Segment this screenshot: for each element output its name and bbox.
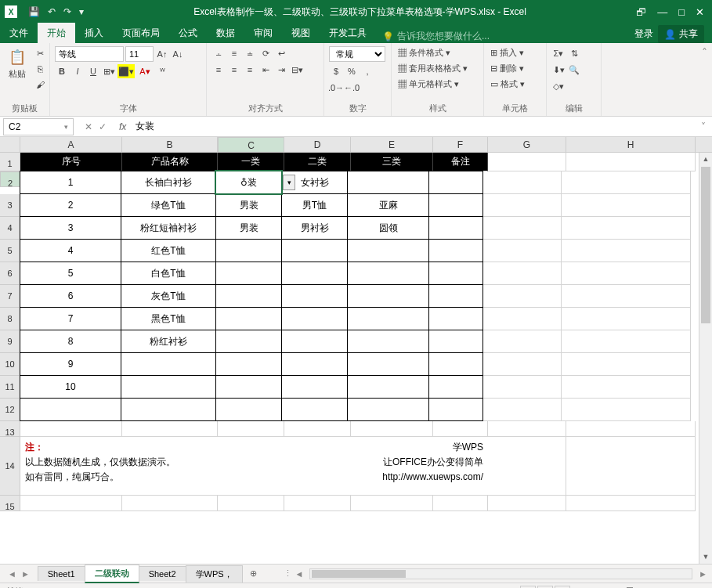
align-right-icon[interactable]: ≡ <box>243 63 257 77</box>
row-header[interactable]: 6 <box>0 262 20 285</box>
currency-icon[interactable]: $ <box>329 64 343 78</box>
cell[interactable] <box>488 421 566 437</box>
decrease-indent-icon[interactable]: ⇤ <box>258 63 273 77</box>
cell[interactable] <box>121 352 216 376</box>
align-top-icon[interactable]: ⫠ <box>211 46 226 60</box>
cell[interactable] <box>122 496 218 511</box>
fx-icon[interactable]: fx <box>114 121 131 132</box>
cell[interactable] <box>351 421 433 437</box>
cell[interactable] <box>122 421 218 437</box>
cell[interactable]: 红色T恤 <box>121 239 216 262</box>
cell[interactable] <box>215 398 282 421</box>
expand-formula-icon[interactable]: ˅ <box>695 121 712 132</box>
table-header[interactable]: 备注 <box>433 153 488 171</box>
cell[interactable] <box>562 330 691 353</box>
cell[interactable] <box>433 496 488 511</box>
percent-icon[interactable]: % <box>345 64 359 78</box>
cell[interactable] <box>428 171 483 194</box>
qat-redo-icon[interactable]: ↷ <box>63 6 71 17</box>
qat-customize-icon[interactable]: ▾ <box>79 6 84 17</box>
note-right[interactable]: 学WPS 让OFFICE办公变得简单 http://www.xuewps.com… <box>238 437 488 495</box>
paste-button[interactable]: 📋 粘贴 <box>5 46 30 81</box>
cell[interactable] <box>20 421 122 437</box>
cell[interactable] <box>566 496 696 511</box>
scroll-left-icon[interactable]: ◄ <box>295 569 304 579</box>
cell[interactable] <box>428 216 483 240</box>
cell[interactable] <box>488 437 566 496</box>
cell[interactable]: 男装 <box>215 193 282 217</box>
col-header[interactable]: A <box>20 137 122 152</box>
col-header[interactable]: C <box>218 137 284 153</box>
cell[interactable]: 10 <box>20 375 121 399</box>
cell[interactable] <box>433 421 488 437</box>
cell[interactable] <box>281 352 348 376</box>
font-color-button[interactable]: A▾ <box>136 64 154 78</box>
cell[interactable] <box>483 262 562 285</box>
cell[interactable] <box>215 330 282 353</box>
cell[interactable] <box>20 496 122 511</box>
italic-button[interactable]: I <box>70 64 85 78</box>
row-header[interactable]: 11 <box>0 376 20 399</box>
merge-button[interactable]: ⊟▾ <box>290 63 304 77</box>
cell[interactable] <box>281 398 348 421</box>
name-box[interactable]: C2▾ <box>3 118 74 135</box>
cell[interactable] <box>428 193 483 217</box>
increase-indent-icon[interactable]: ⇥ <box>274 63 288 77</box>
format-painter-icon[interactable]: 🖌 <box>33 78 47 92</box>
row-header[interactable]: 10 <box>0 353 20 376</box>
cancel-formula-icon[interactable]: ✕ <box>85 121 92 132</box>
cell[interactable] <box>562 171 691 194</box>
cell[interactable]: 1 <box>20 171 121 194</box>
cell[interactable] <box>215 352 282 376</box>
active-cell[interactable]: ♁装▾ <box>215 171 282 194</box>
cell[interactable]: 男装 <box>215 216 282 240</box>
cell[interactable]: 绿色T恤 <box>121 193 216 217</box>
tab-view[interactable]: 视图 <box>282 23 320 43</box>
cell[interactable] <box>483 308 562 330</box>
increase-font-icon[interactable]: A↑ <box>155 47 169 61</box>
fill-icon[interactable]: ⬇▾ <box>551 63 566 77</box>
ribbon-options-icon[interactable]: 🗗 <box>636 6 646 18</box>
cell[interactable] <box>281 262 348 285</box>
cell[interactable]: 圆领 <box>347 216 429 240</box>
cell[interactable] <box>483 285 562 308</box>
cell[interactable] <box>215 262 282 285</box>
cell[interactable] <box>428 284 483 308</box>
font-name-select[interactable] <box>55 46 124 62</box>
phonetic-button[interactable]: ᵂ <box>155 64 169 78</box>
dropdown-button[interactable]: ▾ <box>283 175 295 190</box>
format-table-button[interactable]: ▦ 套用表格格式 ▾ <box>396 62 469 75</box>
horizontal-scrollbar[interactable] <box>309 568 692 579</box>
number-format-select[interactable]: 常规 <box>329 46 385 62</box>
table-header[interactable]: 一类 <box>218 153 284 171</box>
select-all-corner[interactable] <box>0 137 20 152</box>
cell[interactable] <box>347 284 429 308</box>
cell[interactable] <box>483 376 562 399</box>
chevron-down-icon[interactable]: ▾ <box>64 123 68 131</box>
table-header[interactable]: 三类 <box>351 153 433 171</box>
col-header[interactable]: E <box>351 137 433 152</box>
cell[interactable] <box>284 421 351 437</box>
cell[interactable] <box>428 398 483 421</box>
tab-insert[interactable]: 插入 <box>75 23 113 43</box>
minimize-button[interactable]: — <box>657 6 667 18</box>
increase-decimal-icon[interactable]: .0→ <box>329 81 343 95</box>
cell[interactable] <box>562 194 691 217</box>
cell[interactable] <box>347 398 429 421</box>
row-header[interactable]: 12 <box>0 399 20 421</box>
cell[interactable] <box>215 307 282 330</box>
cell[interactable] <box>562 308 691 330</box>
scroll-thumb[interactable] <box>701 167 710 323</box>
cell[interactable] <box>347 239 429 262</box>
cell[interactable] <box>562 262 691 285</box>
delete-cells-button[interactable]: ⊟ 删除 ▾ <box>489 62 526 75</box>
cell[interactable] <box>562 285 691 308</box>
cell[interactable]: 男T恤 <box>281 193 348 217</box>
comma-icon[interactable]: , <box>360 64 374 78</box>
align-bottom-icon[interactable]: ⫨ <box>243 46 257 60</box>
row-header[interactable]: 15 <box>0 496 20 511</box>
row-header[interactable]: 3 <box>0 194 20 217</box>
cell[interactable] <box>347 307 429 330</box>
align-middle-icon[interactable]: ≡ <box>227 46 241 60</box>
formula-input[interactable]: 女装 <box>131 120 695 133</box>
